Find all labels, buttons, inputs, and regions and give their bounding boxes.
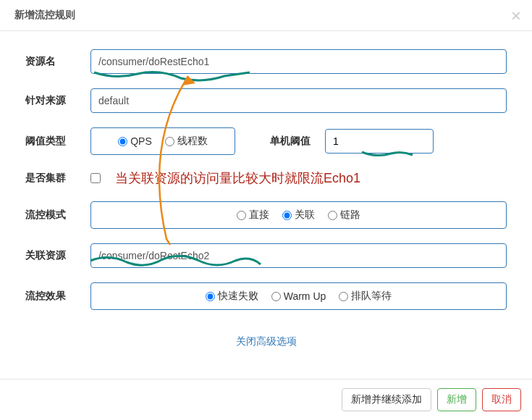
add-button[interactable]: 新增 (437, 388, 476, 411)
effect-warmup-option[interactable]: Warm Up (271, 290, 326, 302)
qps-label: QPS (130, 135, 152, 147)
mode-relation-label: 关联 (295, 209, 315, 222)
relation-label: 关联资源 (25, 249, 90, 262)
effect-queue-radio[interactable] (339, 292, 348, 301)
source-label: 针对来源 (25, 94, 90, 107)
source-row: 针对来源 (25, 88, 507, 113)
effect-queue-option[interactable]: 排队等待 (339, 290, 392, 303)
flow-rule-modal: 新增流控规则 × 资源名 针对来源 阈值类型 QPS 线程数 (0, 0, 532, 420)
mode-relation-radio[interactable] (282, 211, 292, 220)
resource-label: 资源名 (25, 55, 90, 68)
cancel-button[interactable]: 取消 (482, 388, 521, 411)
thread-label: 线程数 (177, 135, 208, 148)
add-continue-button[interactable]: 新增并继续添加 (342, 388, 431, 411)
mode-chain-label: 链路 (340, 209, 360, 222)
mode-direct-option[interactable]: 直接 (237, 209, 269, 222)
qps-option[interactable]: QPS (118, 135, 152, 147)
relation-row: 关联资源 (25, 243, 507, 268)
effect-warmup-label: Warm Up (284, 290, 326, 302)
mode-direct-radio[interactable] (237, 211, 246, 220)
modal-header: 新增流控规则 × (0, 0, 532, 31)
resource-input[interactable] (90, 49, 507, 74)
cluster-row: 是否集群 当关联资源的访问量比较大时就限流Echo1 (25, 169, 507, 187)
effect-group: 快速失败 Warm Up 排队等待 (90, 282, 507, 310)
effect-label: 流控效果 (25, 290, 90, 303)
threshold-type-group: QPS 线程数 (90, 127, 235, 155)
effect-queue-label: 排队等待 (351, 290, 392, 303)
cluster-label: 是否集群 (25, 172, 90, 185)
cluster-checkbox[interactable] (90, 173, 101, 183)
relation-input[interactable] (90, 243, 507, 268)
mode-chain-radio[interactable] (328, 211, 337, 220)
effect-fail-label: 快速失败 (218, 290, 258, 303)
close-icon[interactable]: × (511, 6, 521, 26)
effect-row: 流控效果 快速失败 Warm Up 排队等待 (25, 282, 507, 310)
mode-label: 流控模式 (25, 209, 90, 222)
mode-direct-label: 直接 (249, 209, 269, 222)
threshold-type-label: 阈值类型 (25, 135, 90, 148)
resource-row: 资源名 (25, 49, 507, 74)
effect-fail-option[interactable]: 快速失败 (206, 290, 258, 303)
thread-option[interactable]: 线程数 (165, 135, 208, 148)
annotation-text: 当关联资源的访问量比较大时就限流Echo1 (115, 169, 360, 187)
modal-body: 资源名 针对来源 阈值类型 QPS 线程数 单机阈值 是否集 (0, 31, 532, 366)
threshold-row: 阈值类型 QPS 线程数 单机阈值 (25, 127, 507, 155)
qps-radio[interactable] (118, 137, 127, 146)
toggle-advanced-link[interactable]: 关闭高级选项 (25, 324, 507, 359)
modal-footer: 新增并继续添加 新增 取消 (0, 379, 532, 420)
mode-chain-option[interactable]: 链路 (328, 209, 360, 222)
modal-title: 新增流控规则 (14, 9, 75, 20)
effect-fail-radio[interactable] (206, 292, 215, 301)
threshold-value-input[interactable] (325, 129, 434, 154)
effect-warmup-radio[interactable] (271, 292, 281, 301)
mode-relation-option[interactable]: 关联 (282, 209, 315, 222)
mode-row: 流控模式 直接 关联 链路 (25, 201, 507, 229)
threshold-value-label: 单机阈值 (270, 135, 311, 148)
source-input[interactable] (90, 88, 507, 113)
thread-radio[interactable] (165, 137, 174, 146)
mode-group: 直接 关联 链路 (90, 201, 507, 229)
